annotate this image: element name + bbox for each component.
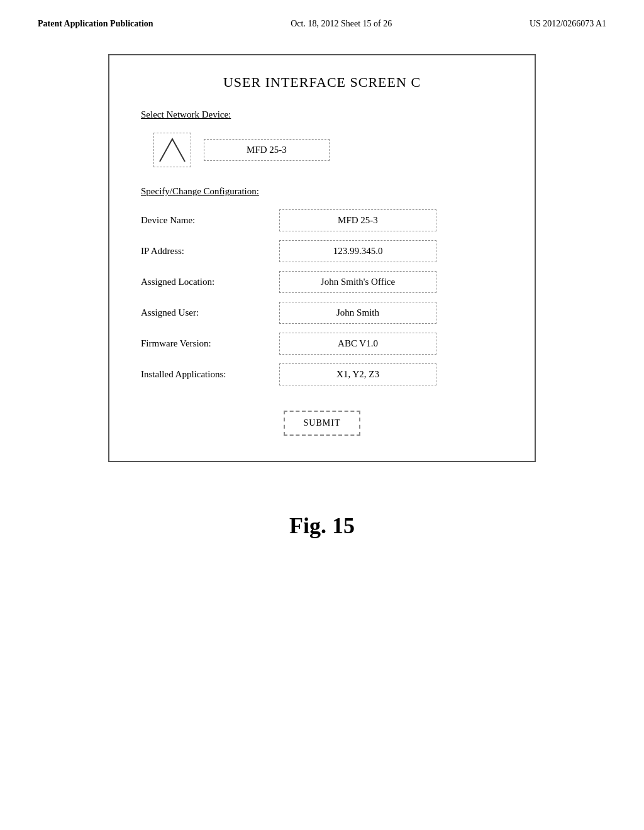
config-field-input[interactable]	[279, 302, 436, 324]
config-row: Assigned Location:	[141, 271, 503, 293]
submit-row: SUBMIT	[141, 411, 503, 436]
submit-button[interactable]: SUBMIT	[284, 411, 361, 436]
config-field-label: IP Address:	[141, 246, 267, 257]
config-fields-container: Device Name:IP Address:Assigned Location…	[141, 209, 503, 385]
config-label: Specify/Change Configuration:	[141, 186, 503, 197]
device-name-input[interactable]	[204, 139, 330, 161]
device-icon	[153, 133, 191, 167]
ui-screen-box: USER INTERFACE SCREEN C Select Network D…	[108, 54, 536, 462]
header-publication: Patent Application Publication	[38, 19, 153, 29]
config-row: IP Address:	[141, 240, 503, 262]
config-field-input[interactable]	[279, 363, 436, 385]
select-network-label: Select Network Device:	[141, 109, 503, 120]
config-field-label: Firmware Version:	[141, 338, 267, 349]
main-content: USER INTERFACE SCREEN C Select Network D…	[0, 42, 644, 551]
config-row: Assigned User:	[141, 302, 503, 324]
config-row: Installed Applications:	[141, 363, 503, 385]
config-field-label: Assigned Location:	[141, 277, 267, 287]
page-header: Patent Application Publication Oct. 18, …	[0, 0, 644, 42]
config-field-label: Installed Applications:	[141, 369, 267, 380]
header-patent-number: US 2012/0266073 A1	[530, 19, 606, 29]
config-field-input[interactable]	[279, 209, 436, 231]
config-row: Firmware Version:	[141, 333, 503, 355]
config-row: Device Name:	[141, 209, 503, 231]
config-field-label: Device Name:	[141, 215, 267, 226]
header-date-sheet: Oct. 18, 2012 Sheet 15 of 26	[291, 19, 392, 29]
device-selector-row	[141, 133, 503, 167]
config-field-label: Assigned User:	[141, 307, 267, 318]
screen-title: USER INTERFACE SCREEN C	[141, 74, 503, 91]
figure-label: Fig. 15	[289, 512, 355, 539]
config-field-input[interactable]	[279, 333, 436, 355]
device-svg-icon	[158, 138, 186, 163]
config-field-input[interactable]	[279, 271, 436, 293]
config-section: Specify/Change Configuration: Device Nam…	[141, 186, 503, 385]
config-field-input[interactable]	[279, 240, 436, 262]
